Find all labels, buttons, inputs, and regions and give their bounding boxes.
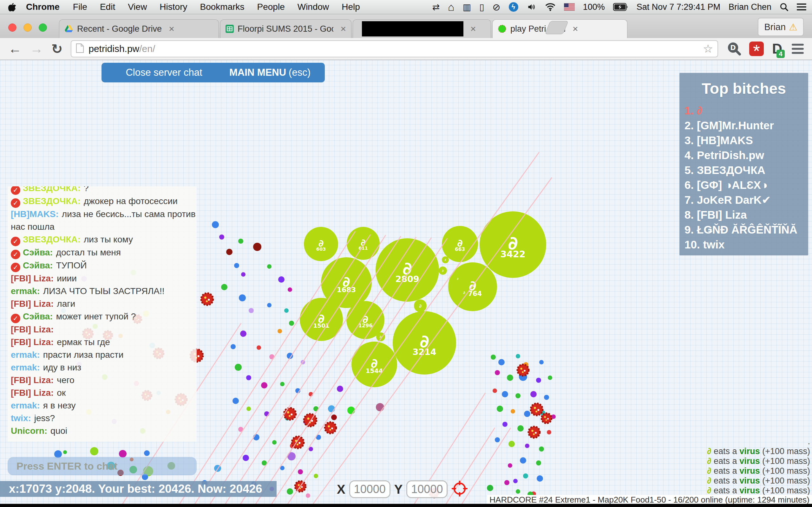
profile-button[interactable]: Brian ⚠ [758, 18, 804, 36]
player-cell-mass: 3422 [501, 249, 525, 260]
virus-speckle [204, 297, 206, 299]
food-pellet [235, 364, 242, 371]
address-bar[interactable]: petridish.pw/en/ ☆ [71, 40, 718, 57]
player-cell-mass: 1296 [358, 323, 372, 329]
d-extension-icon[interactable]: D4 [772, 41, 782, 57]
zoom-window-button[interactable] [39, 23, 47, 32]
wifi-icon[interactable] [545, 3, 556, 11]
active-app-name[interactable]: Chrome [19, 2, 67, 12]
menu-file[interactable]: File [67, 2, 94, 12]
volume-icon[interactable] [526, 3, 537, 11]
food-pellet [516, 354, 520, 358]
chat-author: [FBI] Liza: [11, 388, 54, 398]
virus-speckle [206, 300, 208, 302]
tab-close-icon[interactable]: × [340, 23, 346, 34]
extension-badge: 4 [776, 50, 785, 58]
tab-close-icon[interactable]: × [572, 23, 578, 34]
leaderboard-entry: 2. [GM]Mr.Hunter [684, 118, 808, 133]
battery-percent: 100% [583, 2, 605, 12]
food-pellet [261, 382, 267, 389]
menu-help[interactable]: Help [335, 2, 366, 12]
forward-button[interactable]: → [30, 41, 43, 56]
fragment-name: ∂ [457, 277, 459, 280]
battery-icon[interactable] [613, 3, 628, 11]
food-pellet [525, 444, 529, 448]
chat-text: достал ты меня [56, 247, 121, 257]
menu-people[interactable]: People [251, 2, 291, 12]
search-extension-icon[interactable]: D [726, 42, 741, 56]
chat-message: ermak:прасти лиза прасти [11, 349, 197, 361]
food-pellet [212, 221, 219, 228]
fragment-name: ∂ [419, 303, 421, 309]
food-pellet [539, 447, 544, 452]
food-pellet [523, 473, 528, 478]
virus-cell [304, 414, 316, 427]
minimize-window-button[interactable] [23, 23, 32, 32]
virus-cell [517, 364, 529, 376]
event-log-line: ∂ eats a virus (+100 mass) [707, 486, 810, 496]
home-icon[interactable]: ⌂ [448, 1, 455, 13]
keypad-icon[interactable]: ▥ [463, 2, 471, 12]
chrome-menu-icon[interactable] [792, 44, 804, 54]
x-label: X [337, 482, 345, 497]
notification-center-icon[interactable] [797, 3, 806, 11]
food-pellet [491, 354, 496, 360]
leaderboard-entries: 1. ∂2. [GM]Mr.Hunter3. [HB]MAKS4. PetriD… [684, 103, 808, 252]
bookmark-star-icon[interactable]: ☆ [703, 42, 713, 55]
chat-author: Сэйва: [23, 261, 53, 270]
menu-window[interactable]: Window [291, 2, 336, 12]
tab-redacted[interactable]: × [353, 19, 491, 38]
server-info-bar: HARDCORE #24 Extreme1 - Map20K Food1-50 … [487, 495, 812, 504]
sheets-favicon [225, 25, 234, 33]
tab-close-icon[interactable]: × [470, 23, 476, 34]
food-pellet [267, 264, 271, 269]
tab-floorpi-sums-2015-goog[interactable]: Floorpi SUMS 2015 - Goog× [220, 19, 351, 38]
reload-button[interactable]: ↻ [51, 41, 62, 57]
tab-title: Recent - Google Drive [77, 24, 162, 34]
url-text[interactable]: petridish.pw/en/ [89, 43, 155, 54]
leaderboard-entry: 4. PetriDish.pw [684, 148, 808, 163]
menu-history[interactable]: History [153, 2, 194, 12]
do-not-disturb-icon[interactable]: ⊘ [493, 2, 501, 13]
virus-speckle [536, 411, 537, 412]
close-window-button[interactable] [8, 23, 16, 32]
virus-speckle [291, 413, 293, 415]
x-coordinate-input[interactable] [349, 481, 391, 498]
chat-author: Сэйва: [23, 312, 53, 321]
tab-recent-google-drive[interactable]: Recent - Google Drive× [59, 19, 219, 38]
virus-speckle [197, 355, 199, 357]
menu-view[interactable]: View [121, 2, 153, 12]
food-pellet [219, 234, 224, 239]
chat-author: [FBI] Liza: [11, 299, 54, 308]
fast-user-switch[interactable]: Brian Chen [728, 2, 771, 12]
menu-clock[interactable]: Sat Nov 7 7:29:41 PM [637, 2, 720, 12]
verified-badge-icon: ✓ [11, 237, 20, 246]
petri-dish-game-canvas[interactable]: ∂603∂611∂2809∂663∂3422∂1683∂1501∂1296∂15… [0, 60, 812, 507]
flash-icon[interactable]: ϟ [509, 2, 518, 12]
browser-tab-strip: Recent - Google Drive×Floorpi SUMS 2015 … [0, 14, 812, 38]
food-pellet [253, 243, 261, 251]
apple-menu-icon[interactable] [0, 3, 19, 11]
us-flag-icon[interactable] [564, 3, 575, 11]
y-coordinate-input[interactable] [406, 481, 448, 498]
close-server-chat-button[interactable]: Close server chat [101, 63, 226, 82]
main-menu-button[interactable]: MAIN MENU (esc) [215, 63, 325, 82]
virus-speckle [534, 407, 536, 409]
verified-badge-icon: ✓ [11, 314, 20, 323]
lastpass-extension-icon[interactable] [749, 42, 764, 56]
tab-close-icon[interactable]: × [169, 23, 174, 34]
chat-author: twix: [11, 413, 31, 423]
chat-input[interactable] [8, 457, 197, 475]
main-menu-esc-hint: (esc) [289, 67, 310, 78]
crosshair-target-icon[interactable] [451, 481, 468, 498]
food-pellet [287, 488, 293, 495]
back-button[interactable]: ← [8, 41, 21, 56]
virus-cell [542, 413, 552, 424]
virus-speckle [299, 442, 300, 444]
menu-edit[interactable]: Edit [94, 2, 121, 12]
spotlight-search-icon[interactable] [780, 3, 789, 11]
food-pellet [517, 425, 524, 432]
menu-bookmarks[interactable]: Bookmarks [194, 2, 251, 12]
display-icon[interactable]: ▯ [479, 2, 484, 12]
sync-icon[interactable]: ⇄ [432, 2, 440, 12]
